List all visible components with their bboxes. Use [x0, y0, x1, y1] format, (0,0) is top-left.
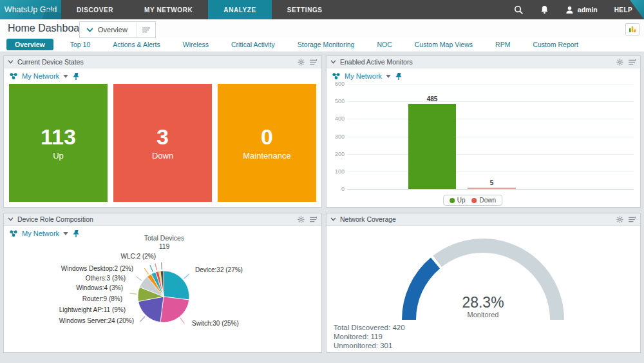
- bar-down[interactable]: [468, 188, 516, 189]
- pin-icon[interactable]: [72, 230, 80, 238]
- view-selector-main[interactable]: Overview: [80, 22, 137, 37]
- nav-item-my-network[interactable]: MY NETWORK: [129, 0, 208, 19]
- bell-icon[interactable]: [540, 5, 549, 14]
- nav-item-settings[interactable]: SETTINGS: [272, 0, 338, 19]
- gauge-value: 28.3%: [438, 294, 528, 311]
- legend-item-up[interactable]: Up: [450, 197, 466, 204]
- scope-selector[interactable]: My Network: [4, 226, 85, 240]
- tab-noc[interactable]: NOC: [371, 39, 397, 50]
- top-nav: WhatsUp Gold DISCOVER MY NETWORK ANALYZE…: [0, 0, 644, 19]
- menu-icon[interactable]: [629, 59, 636, 65]
- tab-custom-report[interactable]: Custom Report: [527, 39, 584, 50]
- user-menu[interactable]: admin: [565, 6, 598, 14]
- pie-leader-line: [150, 265, 153, 271]
- pie-total-label: Total Devices: [109, 234, 219, 242]
- pie-leader-line: [140, 317, 146, 322]
- network-icon: [9, 230, 18, 237]
- gear-icon[interactable]: [298, 216, 305, 223]
- view-selector-menu-button[interactable]: [137, 22, 155, 37]
- gauge-label: Monitored: [438, 311, 528, 319]
- pie-label-device: Device:32 (27%): [195, 266, 243, 273]
- tab-critical-activity[interactable]: Critical Activity: [225, 39, 281, 50]
- page-title: Home Dashboard: [8, 23, 88, 34]
- tile-up-label: Up: [53, 151, 64, 161]
- dashboard-view-selector[interactable]: Overview: [79, 21, 156, 38]
- gridline: [347, 84, 634, 84]
- scope-selector[interactable]: My Network: [327, 68, 640, 83]
- pie-chart[interactable]: [112, 245, 215, 348]
- tile-up-value: 113: [41, 125, 76, 149]
- help-link[interactable]: HELP: [614, 6, 632, 14]
- brand-triangle-decoration: [42, 8, 61, 19]
- pie-leader-line: [155, 264, 157, 271]
- stat-monitored: Monitored: 119: [334, 332, 405, 341]
- bar-value-label: 485: [427, 95, 438, 103]
- tile-maintenance-value: 0: [261, 125, 273, 149]
- pie-leader-line: [136, 277, 142, 280]
- pie-label-wlc: WLC:2 (2%): [59, 253, 156, 260]
- tab-storage-monitoring[interactable]: Storage Monitoring: [292, 39, 361, 50]
- gear-icon[interactable]: [616, 59, 623, 66]
- pin-icon[interactable]: [395, 72, 402, 81]
- menu-icon[interactable]: [629, 217, 636, 222]
- legend-dot: [471, 198, 477, 203]
- tile-maintenance[interactable]: 0 Maintenance: [218, 84, 316, 202]
- scope-label: My Network: [22, 72, 59, 80]
- network-icon: [9, 72, 18, 80]
- panel-title: Current Device States: [17, 58, 84, 66]
- pie-leader-line: [184, 274, 189, 279]
- pie-slice-device[interactable]: [164, 271, 189, 300]
- stat-total-discovered: Total Discovered: 420: [334, 323, 405, 332]
- panel-title: Device Role Composition: [17, 215, 93, 223]
- nav-item-discover[interactable]: DISCOVER: [61, 0, 129, 19]
- collapse-chevron-icon[interactable]: [330, 217, 336, 221]
- nav-right: admin HELP: [514, 0, 644, 19]
- pie-slice-switch[interactable]: [160, 297, 189, 322]
- chart-legend: UpDown: [443, 195, 502, 206]
- menu-icon[interactable]: [310, 59, 317, 65]
- pin-icon[interactable]: [72, 72, 80, 81]
- panel-enabled-active-monitors: Enabled Active Monitors My Network 01002…: [326, 55, 641, 208]
- tab-actions-alerts[interactable]: Actions & Alerts: [107, 39, 166, 50]
- gridline: [347, 119, 634, 119]
- pie-leader-line: [144, 268, 148, 274]
- panel-header: Current Device States: [4, 56, 321, 68]
- bar-up[interactable]: [408, 104, 456, 189]
- menu-icon[interactable]: [310, 217, 317, 222]
- gear-icon[interactable]: [298, 59, 305, 66]
- scope-selector[interactable]: My Network: [4, 68, 321, 83]
- caret-down-icon: [386, 75, 391, 78]
- pie-label-windows-desktop: Windows Desktop:2 (2%): [37, 265, 133, 272]
- gear-icon[interactable]: [616, 216, 623, 223]
- nav-item-analyze[interactable]: ANALYZE: [208, 0, 272, 19]
- brand-logo[interactable]: WhatsUp Gold: [0, 0, 61, 19]
- chart-view-button[interactable]: [625, 23, 639, 35]
- legend-item-down[interactable]: Down: [471, 197, 496, 204]
- collapse-chevron-icon[interactable]: [8, 60, 14, 64]
- pie-leader-line: [162, 262, 162, 270]
- tile-down-label: Down: [152, 151, 173, 161]
- tile-down[interactable]: 3 Down: [113, 84, 212, 202]
- panel-title: Enabled Active Monitors: [340, 58, 413, 66]
- chevron-down-icon: [86, 28, 93, 32]
- panel-header: Device Role Composition: [4, 213, 321, 226]
- tab-rpm[interactable]: RPM: [489, 39, 516, 50]
- scope-label: My Network: [22, 230, 59, 237]
- stat-unmonitored: Unmonitored: 301: [334, 341, 405, 350]
- search-icon[interactable]: [514, 5, 524, 15]
- pie-leader-line: [129, 293, 137, 294]
- collapse-chevron-icon[interactable]: [330, 60, 336, 64]
- tab-overview[interactable]: Overview: [6, 39, 53, 50]
- panel-network-coverage: Network Coverage 28.3% Monitored Total D…: [326, 213, 641, 353]
- tab-wireless[interactable]: Wireless: [177, 39, 214, 50]
- collapse-chevron-icon[interactable]: [8, 217, 14, 221]
- caret-down-icon: [63, 232, 68, 235]
- gridline: [347, 172, 634, 172]
- gridline: [347, 189, 634, 190]
- tab-top-10[interactable]: Top 10: [64, 39, 97, 50]
- y-axis-tick: 600: [330, 81, 345, 87]
- tab-custom-map-views[interactable]: Custom Map Views: [409, 39, 478, 50]
- y-axis-tick: 500: [330, 98, 345, 104]
- tile-up[interactable]: 113 Up: [9, 84, 108, 202]
- y-axis-tick: 0: [330, 186, 345, 192]
